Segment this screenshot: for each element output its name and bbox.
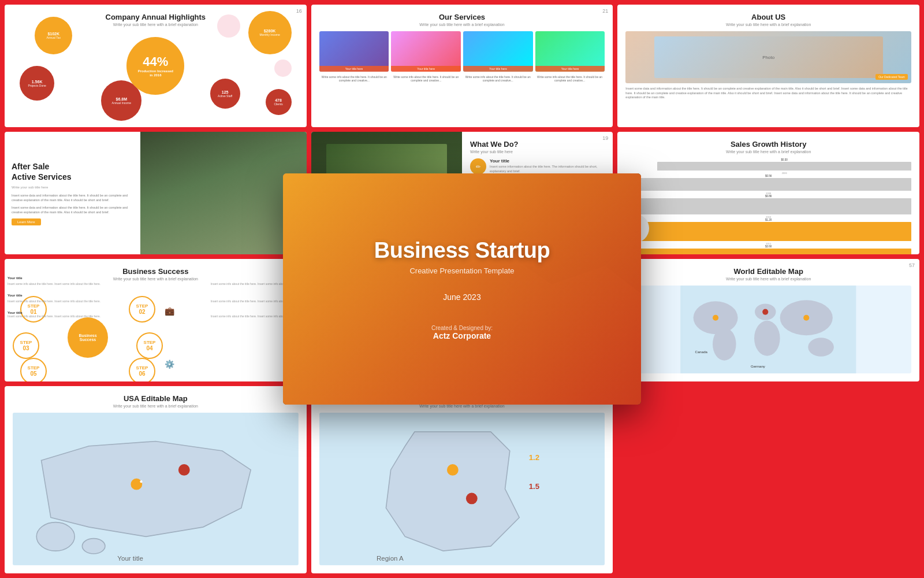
marker-as xyxy=(803,315,809,321)
label-left-1: Your title xyxy=(8,276,100,280)
main-bubble-pct: 44% xyxy=(143,54,168,69)
bubble-102k-sub: Annual Tax xyxy=(46,36,61,39)
usa-marker-label: ● xyxy=(140,478,143,484)
slide-2-subtitle: Write your sub title here with a brief e… xyxy=(319,23,605,27)
after-sale-sub: Write your sub title here xyxy=(12,186,133,189)
bar-label-2006: 2006 xyxy=(782,172,787,175)
overlay-main-title: Business Startup xyxy=(374,238,550,263)
usa-map-area: ● Your title xyxy=(13,413,299,565)
usa-map-svg: ● Your title xyxy=(13,413,299,565)
slide-10-subtitle: Write your sub title here with a brief e… xyxy=(13,404,299,408)
south-america xyxy=(713,328,736,361)
service-desc-1: Write some info about the title here. It… xyxy=(319,75,389,82)
what-title-1: Your title xyxy=(490,158,605,164)
step-02: STEP 02 xyxy=(129,296,155,323)
step-05-label: 05 xyxy=(30,370,36,377)
what-desc-1: Insert some information about the title … xyxy=(490,165,605,173)
step-02-num: STEP xyxy=(136,303,148,309)
slide-9-subtitle: Write your sub title here with a brief e… xyxy=(625,277,911,281)
bar-value-2011: $1.20 xyxy=(765,218,772,221)
bar-2006: $0.30 2006 xyxy=(657,158,911,175)
success-diagram: BusinessSuccess STEP 01 STEP 02 STEP 03 … xyxy=(13,286,299,381)
ghost-bubble-2 xyxy=(274,60,292,77)
what-icon-1: ✏ xyxy=(470,158,486,175)
main-bubble-label: Production Increasedin 2016 xyxy=(138,69,173,77)
slide-after-sale: After SaleActive Services Write your sub… xyxy=(5,132,307,254)
bubble-478-sub: Clients xyxy=(274,102,282,106)
step-04-num: STEP xyxy=(144,340,156,345)
bubble-125-label: 125 xyxy=(222,90,229,94)
bar-value-2010: $0.86 xyxy=(765,195,772,198)
world-map-area: Canada Germany xyxy=(625,286,911,373)
service-photo-3: Your title here xyxy=(463,31,533,72)
after-sale-text-2: Insert some data and information about t… xyxy=(12,206,133,214)
bar-2010: $0.86 2010 xyxy=(625,195,911,218)
bar-2012-rect xyxy=(625,249,911,254)
service-desc-3: Write some info about the title here. It… xyxy=(463,75,532,82)
bubble-68m-label: $6.8M xyxy=(116,97,127,101)
icon-right-top: 💼 xyxy=(165,306,174,316)
step-06: STEP 06 xyxy=(129,358,155,381)
overlay-date: June 2023 xyxy=(443,292,480,302)
slide-number-1: 16 xyxy=(296,8,302,14)
bubble-156k-label: 1.56K xyxy=(32,80,43,84)
bar-2008: $0.56 2008 xyxy=(625,175,911,195)
step-05: STEP 05 xyxy=(20,358,47,381)
bubble-478: 478 Clients xyxy=(266,89,292,115)
slide-business-success: Business Success Write your sub title he… xyxy=(5,259,307,381)
slide-germany-map: 59 Germany Editable Map Write your sub t… xyxy=(311,386,613,573)
service-desc-4: Write some info about the title here. It… xyxy=(535,75,605,82)
side-labels-left: Your title Insert some info about the ti… xyxy=(8,276,100,318)
slide-3-title: About US xyxy=(625,13,911,21)
service-caption-2: Your title here xyxy=(391,66,461,72)
germany-map-area: 1.2 1.5 Region A xyxy=(319,413,605,565)
step-05-num: STEP xyxy=(28,365,40,370)
service-photo-1: Your title here xyxy=(319,31,389,72)
center-overlay-slide: Business Startup Creative Presentation T… xyxy=(283,173,641,405)
slide-number-2: 21 xyxy=(602,8,608,14)
after-sale-photo xyxy=(140,132,306,254)
label-left-2: Your title xyxy=(8,294,100,297)
step-04: STEP 04 xyxy=(136,332,163,359)
slide-world-map: 57 World Editable Map Write your sub tit… xyxy=(617,259,919,381)
bubble-280k: $280K Monthly Income xyxy=(248,11,292,54)
services-photos: Your title here Your title here Your tit… xyxy=(319,31,605,72)
slide-usa-map: 58 USA Editable Map Write your sub title… xyxy=(5,386,307,573)
slide-5-subtitle: Write your sub title here xyxy=(470,150,605,154)
bubble-102k-label: $102K xyxy=(47,32,59,36)
germany-region: Region A xyxy=(377,555,404,562)
learn-more-button[interactable]: Learn More xyxy=(12,218,41,225)
overlay-company-name: Actz Corporate xyxy=(433,331,491,340)
step-03-label: 03 xyxy=(23,345,29,351)
map-label-germany: Germany xyxy=(751,364,766,368)
world-map-svg: Canada Germany xyxy=(625,286,911,373)
center-hub: BusinessSuccess xyxy=(68,317,108,358)
slide-10-title: USA Editable Map xyxy=(13,394,299,403)
service-caption-3: Your title here xyxy=(463,66,533,72)
step-06-label: 06 xyxy=(139,370,145,377)
australia xyxy=(808,338,834,356)
bubble-68m-sub: Annual Income xyxy=(112,101,131,105)
bubble-156k-sub: Projects Done xyxy=(28,84,46,87)
germany-stat-1: 1.2 xyxy=(528,454,539,462)
after-sale-title: After SaleActive Services xyxy=(12,161,133,182)
step-02-label: 02 xyxy=(139,309,145,315)
germany-stat-2: 1.5 xyxy=(528,482,539,491)
step-04-label: 04 xyxy=(146,345,152,351)
germany-map-svg: 1.2 1.5 Region A xyxy=(319,413,605,565)
main-bubble: 44% Production Increasedin 2016 xyxy=(126,37,184,95)
step-03-num: STEP xyxy=(20,340,32,345)
slide-company-annual: 16 Company Annual Highlights Write your … xyxy=(5,5,307,127)
slide-sales-growth: Sales Growth History Write your sub titl… xyxy=(617,132,919,254)
slide-5-title: What We Do? xyxy=(470,140,605,149)
step-06-num: STEP xyxy=(136,365,148,370)
germany-marker-1 xyxy=(447,464,459,476)
bubble-156k: 1.56K Projects Done xyxy=(20,66,54,101)
about-body-text: Insert some data and information about t… xyxy=(625,87,911,100)
alaska xyxy=(36,523,74,551)
slide-6-title: Sales Growth History xyxy=(625,140,911,149)
hawaii xyxy=(82,539,105,554)
usa-your-title: Your title xyxy=(117,555,143,562)
bar-value-2012: $2.60 xyxy=(765,245,772,248)
after-sale-left: After SaleActive Services Write your sub… xyxy=(5,132,140,254)
